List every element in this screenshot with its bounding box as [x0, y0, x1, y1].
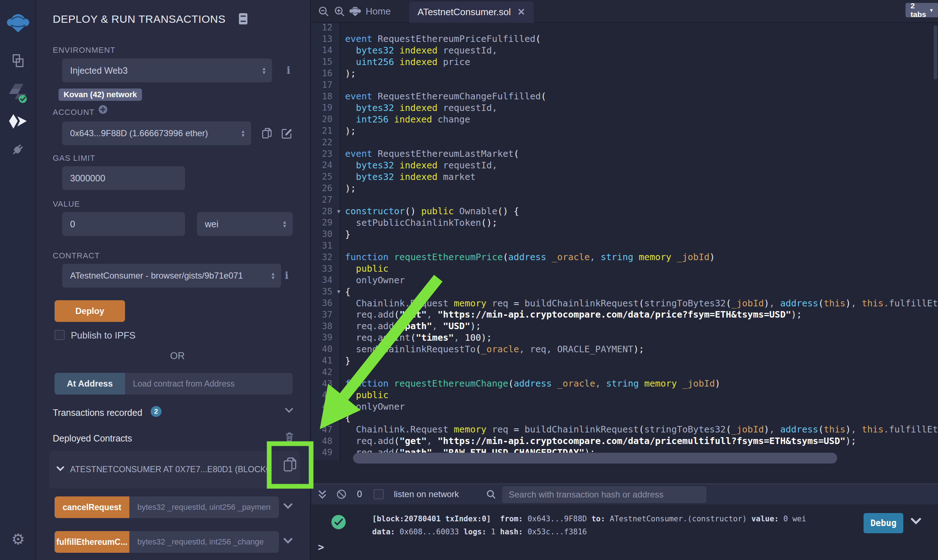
code-token: (	[541, 91, 546, 102]
code-line: 21);	[311, 125, 938, 137]
horizontal-scrollbar[interactable]	[353, 453, 837, 463]
fulfill-ethereum-change-button[interactable]: fulfillEthereumC...	[55, 531, 129, 553]
account-label: ACCOUNT	[53, 108, 95, 117]
documentation-icon[interactable]	[238, 12, 248, 27]
zoom-in-icon[interactable]	[334, 6, 345, 19]
code-line: 19 bytes32 indexed requestId,	[311, 102, 938, 114]
settings-gear-icon[interactable]: ⚙	[0, 530, 36, 548]
line-number: 49	[311, 447, 332, 457]
code-token: buildChainlinkRequest	[519, 424, 639, 435]
code-token: public	[345, 390, 388, 400]
code-token: ,	[427, 436, 438, 446]
deploy-run-icon[interactable]	[0, 114, 36, 129]
clear-deployed-trash-icon[interactable]	[284, 431, 295, 445]
code-token: bytes32	[345, 45, 394, 55]
line-number: 30	[311, 229, 332, 239]
code-line: 37 req.add("get", "https://min-api.crypt…	[311, 309, 938, 320]
log-token	[491, 514, 500, 523]
solidity-compiler-icon[interactable]	[0, 83, 36, 103]
log-token: 0x608...60033	[395, 528, 464, 536]
at-address-button[interactable]: At Address	[55, 373, 125, 395]
code-viewport[interactable]: 1213event RequestEthereumPriceFulfilled(…	[311, 22, 938, 471]
code-line: 38 req.add("path", "USD");	[311, 320, 938, 332]
add-account-icon[interactable]	[98, 105, 108, 115]
line-number: 44	[311, 390, 332, 400]
code-token: )	[709, 252, 715, 262]
terminal-prompt[interactable]: >	[318, 541, 324, 553]
fulfill-ethereum-change-params-input[interactable]	[129, 531, 279, 553]
search-icon	[486, 489, 497, 501]
copy-contract-address-icon[interactable]	[282, 455, 298, 475]
clear-terminal-ban-icon[interactable]	[336, 489, 347, 501]
zoom-out-icon[interactable]	[318, 6, 329, 19]
editor-tab-bar: Home ATestnetConsumer.sol ✕ 2 tabs ▼	[311, 0, 938, 23]
tab-home[interactable]: Home	[366, 6, 391, 17]
code-token: price	[438, 57, 470, 67]
code-token: );	[846, 436, 857, 446]
fold-chevron-icon[interactable]: ▼	[332, 288, 345, 295]
log-token: from:	[500, 514, 523, 523]
code-line: 25 bytes32 indexed market	[311, 171, 938, 182]
value-input[interactable]	[62, 212, 185, 236]
contract-info-icon[interactable]: i	[285, 269, 289, 282]
transactions-chevron-down-icon[interactable]	[285, 408, 294, 414]
debug-button[interactable]: Debug	[864, 513, 903, 533]
contract-expand-chevron-down-icon[interactable]	[56, 466, 64, 472]
code-line: 14 bytes32 indexed requestId,	[311, 45, 938, 56]
vertical-scrollbar[interactable]	[934, 25, 937, 80]
fold-chevron-icon[interactable]: ▼	[332, 208, 345, 215]
line-number: 19	[311, 103, 332, 113]
environment-info-icon[interactable]: i	[286, 64, 291, 76]
cancel-request-params-input[interactable]	[129, 496, 279, 518]
code-token: indexed	[394, 103, 437, 113]
line-number: 15	[311, 57, 332, 67]
edit-account-icon[interactable]	[280, 126, 293, 141]
code-line: 40 sendChainlinkRequestTo(_oracle, req, …	[311, 343, 938, 355]
code-token: "https://min-api.cryptocompare.com/data/…	[438, 436, 846, 446]
gas-limit-input[interactable]	[62, 166, 185, 190]
transaction-log[interactable]: [block:20780401 txIndex:0] from: 0x643..…	[372, 512, 878, 538]
remix-logo-icon[interactable]	[0, 11, 36, 35]
code-token: memory	[634, 252, 671, 262]
code-token: indexed	[394, 57, 437, 67]
fold-chevron-icon[interactable]: ▼	[332, 415, 345, 421]
close-tab-icon[interactable]: ✕	[517, 6, 525, 18]
expand-terminal-double-chevron-icon[interactable]	[317, 489, 328, 502]
code-token: )	[846, 298, 851, 309]
code-token: req	[486, 298, 514, 309]
tab-atestnetconsumer[interactable]: ATestnetConsumer.sol ✕	[409, 2, 534, 23]
fulfill-expand-chevron-down-icon[interactable]	[283, 538, 293, 545]
account-select[interactable]: 0x643...9F88D (1.666673996 ether) ▲▼	[62, 122, 251, 145]
publish-ipfs-checkbox[interactable]	[55, 330, 65, 340]
terminal-search-input[interactable]	[502, 486, 706, 503]
code-line: 29 setPublicChainlinkToken();	[311, 217, 938, 229]
cancel-request-expand-chevron-down-icon[interactable]	[283, 503, 293, 511]
line-number: 21	[311, 126, 332, 136]
line-number: 12	[311, 22, 332, 32]
deploy-button[interactable]: Deploy	[55, 300, 125, 322]
listen-network-checkbox[interactable]	[374, 489, 384, 499]
environment-select[interactable]: Injected Web3 ▲▼	[62, 58, 272, 82]
code-line: 20 int256 indexed change	[311, 114, 938, 125]
code-token: )	[846, 424, 851, 435]
cancel-request-button[interactable]: cancelRequest	[55, 496, 129, 518]
line-number: 28	[311, 206, 332, 216]
code-token: change	[432, 114, 470, 125]
line-number: 33	[311, 264, 332, 274]
code-token: function	[345, 252, 388, 262]
code-token: () {	[497, 206, 519, 216]
plugin-manager-icon[interactable]	[0, 141, 36, 157]
contract-select[interactable]: ATestnetConsumer - browser/gists/9b71e07…	[62, 264, 281, 288]
log-token: hash:	[500, 528, 523, 536]
at-address-input[interactable]	[125, 373, 293, 395]
code-token: , req, ORACLE_PAYMENT	[519, 344, 634, 354]
code-token: constructor	[345, 206, 405, 216]
copy-account-icon[interactable]	[261, 126, 273, 142]
log-expand-chevron-down-icon[interactable]	[910, 517, 921, 526]
file-explorer-icon[interactable]	[0, 52, 36, 69]
code-token: (	[394, 321, 399, 331]
deployed-contract-card[interactable]: ATESTNETCONSUMER AT 0X7E7...E80D1 (BLOCK…	[49, 451, 300, 488]
value-unit-select[interactable]: wei ▲▼	[197, 212, 293, 236]
network-badge: Kovan (42) network	[58, 89, 142, 101]
tabs-count-button[interactable]: 2 tabs ▼	[906, 3, 938, 17]
